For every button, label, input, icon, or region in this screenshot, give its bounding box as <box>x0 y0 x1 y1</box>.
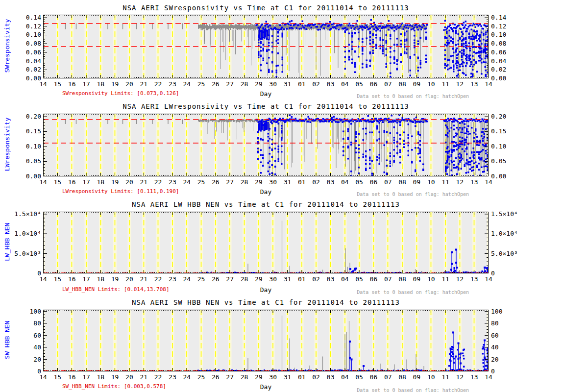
x-tick-label: 18 <box>93 178 108 186</box>
plot-area <box>43 310 489 371</box>
y-tick-label: 40 <box>11 343 41 351</box>
x-tick-label: 29 <box>251 373 266 381</box>
x-tick-label: 05 <box>352 178 367 186</box>
plot-section-lwresponsivity: NSA AERI LWresponsivity vs Time at C1 fo… <box>0 0 588 392</box>
x-tick-label: 09 <box>409 275 424 283</box>
x-tick-label: 14 <box>481 373 496 381</box>
y-tick-label: 0.10 <box>491 143 525 150</box>
plot-title: NSA AERI SW HBB NEN vs Time at C1 for 20… <box>43 298 489 306</box>
x-tick-label: 07 <box>381 80 395 88</box>
y-tick-label: 0.14 <box>491 14 525 21</box>
y-tick-label: 0.02 <box>11 66 41 73</box>
plot-section-sw-hbb-nen: NSA AERI SW HBB NEN vs Time at C1 for 20… <box>0 0 588 392</box>
plot-area <box>43 212 489 273</box>
x-tick-label: 17 <box>79 80 94 88</box>
x-tick-label: 09 <box>409 178 424 186</box>
plot-section-swresponsivity: NSA AERI SWresponsivity vs Time at C1 fo… <box>0 0 588 392</box>
x-tick-label: 05 <box>352 373 367 381</box>
y-tick-label: 1.0×10⁴ <box>491 230 525 237</box>
limits-text: LWresponsivity Limits: [0.111,0.190] <box>62 188 179 195</box>
x-axis-label: Day <box>251 286 281 294</box>
plot-title: NSA AERI LWresponsivity vs Time at C1 fo… <box>43 102 489 110</box>
x-tick-label: 21 <box>136 373 151 381</box>
y-tick-label: 0.10 <box>11 31 41 38</box>
y-tick-label: 0.06 <box>11 49 41 56</box>
limits-text: SW_HBB_NEN Limits: [0.003,0.578] <box>62 383 166 390</box>
aeri-quicklook-page: NSA AERI SWresponsivity vs Time at C1 fo… <box>0 0 588 392</box>
x-tick-label: 30 <box>266 373 280 381</box>
x-tick-label: 07 <box>381 178 395 186</box>
y-tick-label: 20 <box>491 356 525 363</box>
x-tick-label: 28 <box>237 373 252 381</box>
y-tick-label: 0 <box>11 270 41 277</box>
y-tick-label: 1.0×10⁴ <box>11 230 41 237</box>
x-tick-label: 19 <box>108 373 122 381</box>
x-tick-label: 30 <box>266 178 280 186</box>
x-tick-label: 29 <box>251 275 266 283</box>
x-tick-label: 13 <box>467 80 482 88</box>
x-tick-label: 03 <box>323 178 338 186</box>
y-tick-label: 0 <box>491 270 525 277</box>
x-tick-label: 22 <box>151 373 166 381</box>
x-tick-label: 30 <box>266 275 280 283</box>
y-tick-label: 0.08 <box>11 40 41 47</box>
x-tick-label: 18 <box>93 275 108 283</box>
x-tick-label: 03 <box>323 275 338 283</box>
y-tick-label: 0.10 <box>11 143 41 150</box>
x-tick-label: 01 <box>294 373 309 381</box>
y-tick-label: 0.20 <box>491 113 525 120</box>
x-tick-label: 13 <box>467 373 482 381</box>
flag-text: Data set to 0 based on flag: hatchOpen <box>294 192 469 197</box>
x-tick-label: 14 <box>36 80 50 88</box>
y-tick-label: 5.0×10³ <box>491 250 525 257</box>
limits-text: LW_HBB_NEN Limits: [0.014,13.708] <box>62 286 170 293</box>
x-tick-label: 27 <box>222 80 237 88</box>
y-tick-label: 0 <box>491 368 525 375</box>
x-tick-label: 23 <box>165 80 180 88</box>
y-tick-label: 0.06 <box>491 49 525 56</box>
x-tick-label: 21 <box>136 178 151 186</box>
x-tick-label: 07 <box>381 275 395 283</box>
y-tick-label: 100 <box>11 308 41 315</box>
x-axis-label: Day <box>251 90 281 98</box>
plot-area <box>43 114 489 176</box>
x-tick-label: 04 <box>338 275 352 283</box>
x-tick-label: 14 <box>36 373 50 381</box>
x-tick-label: 15 <box>50 80 65 88</box>
x-tick-label: 27 <box>222 275 237 283</box>
x-tick-label: 02 <box>309 80 323 88</box>
plot-title: NSA AERI SWresponsivity vs Time at C1 fo… <box>43 4 489 12</box>
x-tick-label: 16 <box>65 275 79 283</box>
x-tick-label: 13 <box>467 275 482 283</box>
y-tick-label: 40 <box>491 343 525 351</box>
x-tick-label: 26 <box>208 178 223 186</box>
x-tick-label: 08 <box>395 373 410 381</box>
x-tick-label: 14 <box>36 275 50 283</box>
y-axis-label: SWresponsivity <box>3 0 11 95</box>
y-tick-label: 0.12 <box>11 23 41 30</box>
y-tick-label: 0.00 <box>11 74 41 82</box>
x-tick-label: 02 <box>309 275 323 283</box>
x-tick-label: 20 <box>122 178 137 186</box>
x-tick-label: 31 <box>280 275 294 283</box>
y-tick-label: 0.05 <box>491 157 525 165</box>
x-tick-label: 09 <box>409 373 424 381</box>
x-axis-label: Day <box>251 188 281 196</box>
y-tick-label: 0.14 <box>11 14 41 21</box>
x-tick-label: 03 <box>323 373 338 381</box>
x-tick-label: 28 <box>237 80 252 88</box>
x-tick-label: 04 <box>338 80 352 88</box>
y-tick-label: 20 <box>11 356 41 363</box>
x-tick-label: 11 <box>438 373 453 381</box>
x-tick-label: 22 <box>151 275 166 283</box>
x-tick-label: 02 <box>309 373 323 381</box>
y-tick-label: 0.12 <box>491 23 525 30</box>
x-tick-label: 06 <box>366 80 381 88</box>
x-tick-label: 25 <box>194 178 209 186</box>
x-tick-label: 22 <box>151 178 166 186</box>
plot-area <box>43 15 489 78</box>
plot-section-lw-hbb-nen: NSA AERI LW HBB NEN vs Time at C1 for 20… <box>0 0 588 392</box>
x-tick-label: 12 <box>452 178 467 186</box>
y-tick-label: 0.08 <box>491 40 525 47</box>
x-tick-label: 20 <box>122 373 137 381</box>
